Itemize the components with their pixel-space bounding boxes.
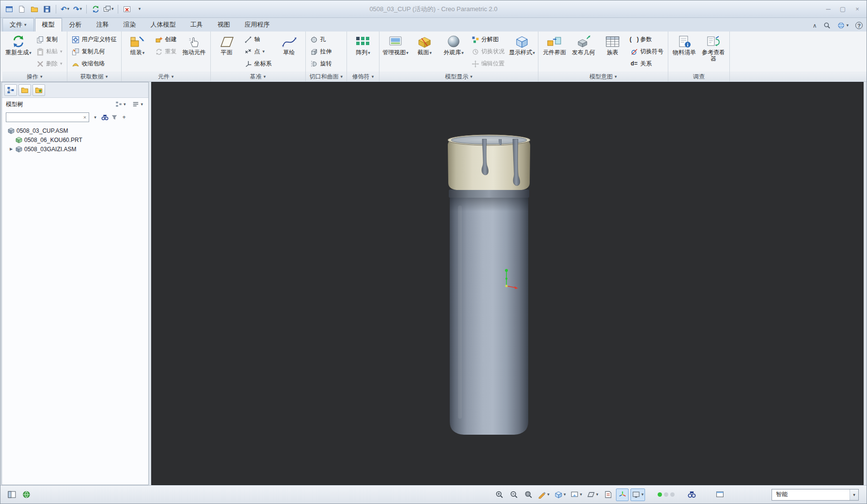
- tree-item-gaizi-asm[interactable]: ▶ 0508_03GAIZI.ASM: [3, 144, 147, 154]
- bom-button[interactable]: 物料清单: [670, 32, 698, 57]
- family-table-button[interactable]: 族表: [599, 32, 627, 57]
- manage-views-button[interactable]: 管理视图▾: [381, 32, 410, 57]
- help-button[interactable]: ?: [853, 21, 865, 30]
- graphics-viewport[interactable]: [151, 82, 864, 485]
- search-options-dropdown[interactable]: ▾: [91, 113, 99, 122]
- datum-csys-button[interactable]: 坐标系: [242, 58, 274, 70]
- zoom-in-button[interactable]: [493, 488, 505, 501]
- resources-button[interactable]: ▾: [835, 21, 851, 30]
- tab-applications[interactable]: 应用程序: [237, 18, 277, 32]
- clear-search-button[interactable]: ×: [81, 114, 89, 120]
- minimize-button[interactable]: ─: [822, 4, 835, 14]
- close-button[interactable]: ×: [851, 4, 864, 14]
- toggle-status-button[interactable]: 切换状况: [469, 46, 507, 58]
- extrude-button[interactable]: 拉伸: [308, 46, 334, 58]
- sketch-button[interactable]: 草绘: [275, 32, 303, 57]
- saved-orientations-button[interactable]: ▾: [569, 488, 583, 501]
- exploded-view-button[interactable]: 分解图: [469, 33, 507, 46]
- paste-button[interactable]: 粘贴▾: [33, 46, 65, 58]
- tree-filter-button[interactable]: [110, 113, 118, 122]
- group-label-cut-surface[interactable]: 切口和曲面▾: [306, 72, 347, 81]
- new-file-button[interactable]: [16, 3, 28, 15]
- tab-render[interactable]: 渲染: [116, 18, 143, 32]
- refit-button[interactable]: [522, 488, 535, 501]
- close-window-button[interactable]: [121, 3, 133, 15]
- restore-button[interactable]: ▢: [836, 4, 849, 14]
- caret-icon[interactable]: ▾: [850, 489, 858, 500]
- redo-button[interactable]: ↷▾: [72, 3, 83, 15]
- datum-plane-button[interactable]: 平面: [213, 32, 241, 57]
- display-style-quick-button[interactable]: ▾: [553, 488, 567, 501]
- display-style-button[interactable]: 显示样式▾: [508, 32, 536, 57]
- expand-arrow-icon[interactable]: ▶: [9, 147, 14, 151]
- tab-file[interactable]: 文件▾: [2, 18, 34, 32]
- zoom-out-button[interactable]: [507, 488, 520, 501]
- datum-display-filters-button[interactable]: ▾: [585, 488, 600, 501]
- regenerate-button[interactable]: 重新生成▾: [4, 32, 32, 57]
- model-tree-tab[interactable]: [4, 84, 17, 96]
- group-label-operations[interactable]: 操作▾: [2, 72, 67, 81]
- favorites-tab[interactable]: [32, 84, 45, 96]
- windows-button[interactable]: ▾: [102, 3, 115, 15]
- command-search-button[interactable]: [821, 21, 833, 30]
- find-in-tree-button[interactable]: [101, 113, 109, 122]
- assemble-button[interactable]: 组装▾: [124, 32, 152, 57]
- datum-axis-button[interactable]: 轴: [242, 33, 274, 46]
- find-button[interactable]: [685, 488, 698, 501]
- tab-model[interactable]: 模型: [35, 18, 62, 32]
- group-label-component[interactable]: 元件▾: [122, 72, 210, 81]
- datum-point-button[interactable]: 点▾: [242, 46, 274, 58]
- drag-component-button[interactable]: 拖动元件: [180, 32, 208, 57]
- copy-geometry-button[interactable]: 复制几何: [69, 46, 119, 58]
- shrinkwrap-button[interactable]: 收缩包络: [69, 58, 119, 70]
- hole-button[interactable]: 孔: [308, 33, 334, 46]
- switch-symbols-button[interactable]: 切换符号: [628, 46, 666, 58]
- relations-button[interactable]: d=关系: [628, 58, 666, 70]
- tree-show-dropdown[interactable]: ▾: [114, 100, 127, 109]
- udf-button[interactable]: 用户定义特征: [69, 33, 119, 46]
- tree-settings-dropdown[interactable]: ▾: [131, 100, 144, 109]
- group-label-model-display[interactable]: 模型显示▾: [379, 72, 538, 81]
- publish-geometry-button[interactable]: 发布几何: [569, 32, 598, 57]
- edit-position-button[interactable]: 编辑位置: [469, 58, 507, 70]
- delete-button[interactable]: 删除▾: [33, 58, 65, 70]
- tree-item-root-asm[interactable]: 0508_03_CUP.ASM: [3, 126, 147, 135]
- reference-viewer-button[interactable]: 参考查看器: [699, 32, 727, 63]
- pattern-button[interactable]: 阵列▾: [349, 32, 377, 57]
- group-label-get-data[interactable]: 获取数据▾: [67, 72, 121, 81]
- group-label-datum[interactable]: 基准▾: [211, 72, 305, 81]
- selection-filter-combo[interactable]: 智能 ▾: [772, 489, 859, 501]
- group-label-model-intent[interactable]: 模型意图▾: [538, 72, 668, 81]
- folder-browser-tab[interactable]: [18, 84, 31, 96]
- undo-button[interactable]: ↶▾: [59, 3, 71, 15]
- tree-search-input[interactable]: [6, 113, 81, 121]
- section-button[interactable]: 截面▾: [410, 32, 439, 57]
- appearance-gallery-button[interactable]: 外观库▾: [440, 32, 468, 57]
- open-file-button[interactable]: [29, 3, 40, 15]
- browser-toggle-button[interactable]: [20, 488, 32, 501]
- tree-expand-button[interactable]: +: [120, 113, 128, 122]
- save-button[interactable]: [41, 3, 53, 15]
- customize-qat-button[interactable]: ▾: [134, 3, 145, 15]
- repeat-button[interactable]: 重复: [153, 46, 179, 58]
- tree-item-kou60-prt[interactable]: 0508_06_KOU60.PRT: [3, 135, 147, 144]
- window-button[interactable]: [713, 488, 726, 501]
- tab-annotate[interactable]: 注释: [89, 18, 116, 32]
- navigator-toggle-button[interactable]: [5, 488, 18, 501]
- repaint-button[interactable]: ▾: [536, 488, 551, 501]
- tab-view[interactable]: 视图: [210, 18, 237, 32]
- group-label-modifiers[interactable]: 修饰符▾: [347, 72, 379, 81]
- app-menu-button[interactable]: [3, 3, 15, 15]
- component-interface-button[interactable]: 元件界面: [540, 32, 568, 57]
- create-component-button[interactable]: 创建: [153, 33, 179, 46]
- orientation-mode-button[interactable]: ▾: [631, 488, 645, 501]
- parameters-button[interactable]: ( )参数: [628, 33, 666, 46]
- tab-analysis[interactable]: 分析: [62, 18, 89, 32]
- revolve-button[interactable]: 旋转: [308, 58, 334, 70]
- group-label-investigate[interactable]: 调查: [668, 72, 729, 81]
- tab-tools[interactable]: 工具: [183, 18, 210, 32]
- minimize-ribbon-button[interactable]: ∧: [811, 21, 819, 30]
- copy-button[interactable]: 复制: [33, 33, 65, 46]
- spin-center-toggle[interactable]: [616, 488, 629, 501]
- annotation-display-button[interactable]: [601, 488, 614, 501]
